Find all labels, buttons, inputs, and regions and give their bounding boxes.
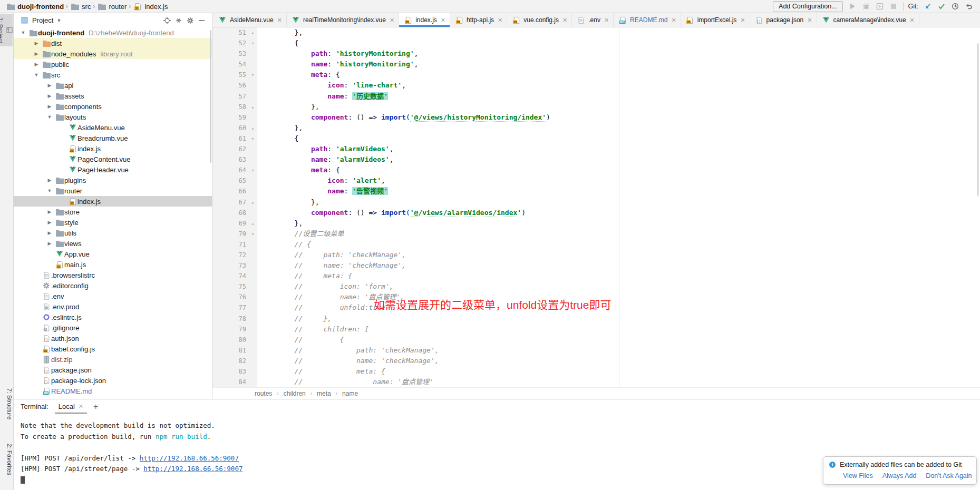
- terminal-tab-local[interactable]: Local ✕: [55, 400, 87, 414]
- project-scrollbar[interactable]: [210, 30, 211, 163]
- tree-item-public[interactable]: ▶public: [14, 59, 212, 70]
- terminal-link[interactable]: http://192.168.66.56:9007: [140, 454, 239, 462]
- tab-asidemenu.vue[interactable]: AsideMenu.vue✕: [214, 13, 287, 27]
- fold-marker-icon[interactable]: ▴: [249, 27, 257, 38]
- tree-item-main.js[interactable]: JSmain.js: [14, 259, 212, 270]
- chevron-down-icon[interactable]: ▼: [31, 72, 42, 77]
- tab-.env[interactable]: .env✕: [572, 13, 614, 27]
- git-history-icon[interactable]: [950, 2, 960, 11]
- tree-item-babel.config.js[interactable]: JSbabel.config.js: [14, 344, 212, 354]
- fold-marker-icon[interactable]: ▾: [249, 165, 257, 175]
- tree-item-.gitignore[interactable]: .gitignore: [14, 322, 212, 333]
- chevron-right-icon[interactable]: ▶: [31, 62, 42, 67]
- close-icon[interactable]: ✕: [277, 17, 282, 24]
- tab-package.json[interactable]: {)package.json✕: [750, 13, 817, 27]
- chevron-right-icon[interactable]: ▶: [44, 230, 55, 236]
- tree-item-.env.prod[interactable]: .env.prod: [14, 301, 212, 312]
- close-icon[interactable]: ✕: [910, 17, 915, 24]
- tree-item-.editorconfig[interactable]: .editorconfig: [14, 280, 212, 291]
- tree-item-api[interactable]: ▶api: [14, 80, 212, 91]
- tree-item-components[interactable]: ▶components: [14, 101, 212, 112]
- close-icon[interactable]: ✕: [807, 17, 812, 24]
- tab-http-api.js[interactable]: JShttp-api.js✕: [450, 13, 507, 27]
- chevron-right-icon[interactable]: ▶: [31, 51, 42, 56]
- tree-item-assets[interactable]: ▶assets: [14, 91, 212, 101]
- tree-item-asidemenu.vue[interactable]: AsideMenu.vue: [14, 122, 212, 133]
- sidebar-item-project[interactable]: 1: Project: [0, 14, 13, 46]
- tree-item-.env[interactable]: .env: [14, 291, 212, 301]
- sidebar-item-structure[interactable]: 7: Structure: [0, 385, 13, 423]
- editor-breadcrumb-item[interactable]: routes: [255, 390, 272, 397]
- notification-action-view-files[interactable]: View Files: [843, 472, 873, 479]
- tree-item-utils[interactable]: ▶utils: [14, 228, 212, 238]
- close-icon[interactable]: ✕: [79, 403, 83, 410]
- new-terminal-button[interactable]: +: [93, 403, 98, 411]
- tree-item-duoji-frontend[interactable]: ▼duoji-frontendD:\zheheWeb\duoji-fronten…: [14, 27, 212, 38]
- tree-item-dist.zip[interactable]: dist.zip: [14, 354, 212, 365]
- fold-marker-icon[interactable]: ▴: [249, 218, 257, 229]
- tree-item-node-modules[interactable]: ▶node_moduleslibrary root: [14, 48, 212, 59]
- tree-item-dist[interactable]: ▶dist: [14, 38, 212, 48]
- run-icon[interactable]: [848, 2, 857, 11]
- editor-breadcrumb-item[interactable]: meta: [317, 390, 331, 397]
- tree-item-plugins[interactable]: ▶plugins: [14, 175, 212, 185]
- chevron-right-icon[interactable]: ▶: [31, 41, 42, 46]
- tree-item-style[interactable]: ▶style: [14, 217, 212, 228]
- chevron-down-icon[interactable]: ▼: [18, 30, 28, 35]
- profile-icon[interactable]: [875, 2, 885, 11]
- chevron-right-icon[interactable]: ▶: [44, 209, 55, 214]
- close-icon[interactable]: ✕: [604, 17, 609, 24]
- git-rollback-icon[interactable]: [964, 2, 974, 11]
- notification-action-always-add[interactable]: Always Add: [882, 472, 917, 479]
- tree-item-index.js[interactable]: JSindex.js: [14, 143, 212, 154]
- locate-icon[interactable]: [162, 16, 172, 25]
- notification-action-don-t-ask-again[interactable]: Don't Ask Again: [926, 472, 972, 479]
- add-configuration-button[interactable]: Add Configuration...: [773, 1, 843, 12]
- editor-breadcrumb-item[interactable]: name: [342, 390, 358, 397]
- chevron-right-icon[interactable]: ▶: [44, 93, 55, 99]
- editor-breadcrumb-item[interactable]: children: [284, 390, 306, 397]
- close-icon[interactable]: ✕: [671, 17, 676, 24]
- close-icon[interactable]: ✕: [390, 17, 394, 24]
- chevron-right-icon[interactable]: ▶: [44, 104, 55, 109]
- terminal-link[interactable]: http://192.168.66.56:9007: [143, 465, 242, 473]
- close-icon[interactable]: ✕: [441, 17, 445, 24]
- tab-importexcel.js[interactable]: JSimportExcel.js✕: [681, 13, 750, 27]
- debug-icon[interactable]: [861, 2, 871, 11]
- tab-cameramanage-index.vue[interactable]: cameraManage\index.vue✕: [817, 13, 919, 27]
- tree-item-pageheader.vue[interactable]: PageHeader.vue: [14, 164, 212, 175]
- tree-item-package-lock.json[interactable]: {)package-lock.json: [14, 375, 212, 386]
- breadcrumb-item[interactable]: duoji-frontend: [4, 2, 65, 11]
- tab-vue.config.js[interactable]: JSvue.config.js✕: [507, 13, 572, 27]
- stop-icon[interactable]: [889, 2, 898, 11]
- tree-item-views[interactable]: ▶views: [14, 238, 212, 249]
- fold-marker-icon[interactable]: ▾: [249, 133, 257, 144]
- tree-item-.eslintrc.js[interactable]: .eslintrc.js: [14, 312, 212, 322]
- tree-item-auth.json[interactable]: {)auth.json: [14, 333, 212, 344]
- editor-scrollbar[interactable]: [977, 43, 979, 196]
- close-icon[interactable]: ✕: [498, 17, 502, 24]
- breadcrumb-item[interactable]: router: [95, 2, 128, 11]
- fold-marker-icon[interactable]: ▴: [249, 197, 257, 208]
- tree-item-layouts[interactable]: ▼layouts: [14, 112, 212, 122]
- tree-item-index.js[interactable]: JSindex.js: [14, 196, 212, 207]
- tree-item-src[interactable]: ▼src: [14, 70, 212, 80]
- breadcrumb-item[interactable]: src: [69, 2, 92, 11]
- tree-item-router[interactable]: ▼router: [14, 185, 212, 196]
- git-commit-icon[interactable]: [937, 2, 946, 11]
- fold-marker-icon[interactable]: ▾: [249, 70, 257, 80]
- tree-item-pagecontent.vue[interactable]: PageContent.vue: [14, 154, 212, 164]
- tree-item-.browserslistrc[interactable]: .browserslistrc: [14, 270, 212, 280]
- close-icon[interactable]: ✕: [740, 17, 745, 24]
- tab-readme.md[interactable]: MDREADME.md✕: [614, 13, 681, 27]
- chevron-right-icon[interactable]: ▶: [44, 241, 55, 246]
- sidebar-item-favorites[interactable]: 2: Favorites: [0, 440, 13, 478]
- tree-item-store[interactable]: ▶store: [14, 207, 212, 217]
- fold-marker-icon[interactable]: ▾: [249, 229, 257, 239]
- fold-marker-icon[interactable]: ▾: [249, 38, 257, 48]
- chevron-down-icon[interactable]: ▼: [44, 114, 55, 120]
- hide-icon[interactable]: [197, 16, 207, 25]
- gear-icon[interactable]: [185, 16, 196, 25]
- code-editor[interactable]: 51▴ },52▾ {53 path: 'historyMonitoring',…: [212, 27, 980, 387]
- tree-item-package.json[interactable]: {)package.json: [14, 365, 212, 375]
